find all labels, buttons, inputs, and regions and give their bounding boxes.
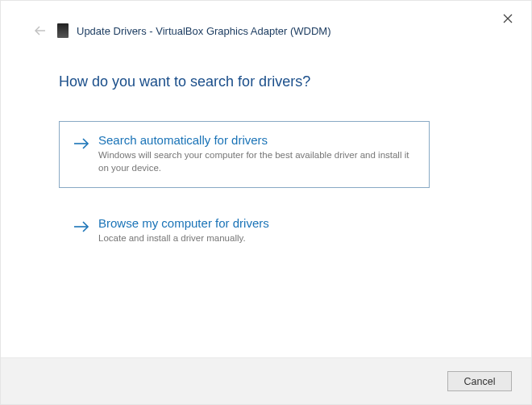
- cancel-button[interactable]: Cancel: [447, 371, 512, 391]
- option-text: Browse my computer for drivers Locate an…: [98, 216, 416, 244]
- option-text: Search automatically for drivers Windows…: [98, 133, 416, 174]
- option-title: Search automatically for drivers: [98, 133, 416, 147]
- option-description: Windows will search your computer for th…: [98, 148, 416, 174]
- option-title: Browse my computer for drivers: [98, 216, 416, 230]
- question-heading: How do you want to search for drivers?: [59, 73, 486, 90]
- dialog-footer: Cancel: [1, 357, 531, 404]
- back-button[interactable]: [33, 23, 48, 38]
- option-search-automatically[interactable]: Search automatically for drivers Windows…: [59, 121, 430, 188]
- close-button[interactable]: [489, 6, 526, 31]
- dialog-content: How do you want to search for drivers? S…: [1, 46, 531, 357]
- arrow-right-icon: [73, 218, 90, 236]
- update-drivers-dialog: Update Drivers - VirtualBox Graphics Ada…: [0, 0, 532, 405]
- titlebar: [489, 1, 531, 33]
- arrow-left-icon: [34, 24, 47, 37]
- arrow-right-icon: [73, 135, 90, 152]
- cancel-button-label: Cancel: [464, 376, 496, 387]
- dialog-header: Update Drivers - VirtualBox Graphics Ada…: [1, 1, 531, 46]
- close-icon: [503, 14, 513, 23]
- device-icon: [57, 23, 69, 38]
- dialog-title: Update Drivers - VirtualBox Graphics Ada…: [77, 25, 330, 37]
- option-browse-computer[interactable]: Browse my computer for drivers Locate an…: [59, 204, 430, 258]
- option-description: Locate and install a driver manually.: [98, 232, 416, 244]
